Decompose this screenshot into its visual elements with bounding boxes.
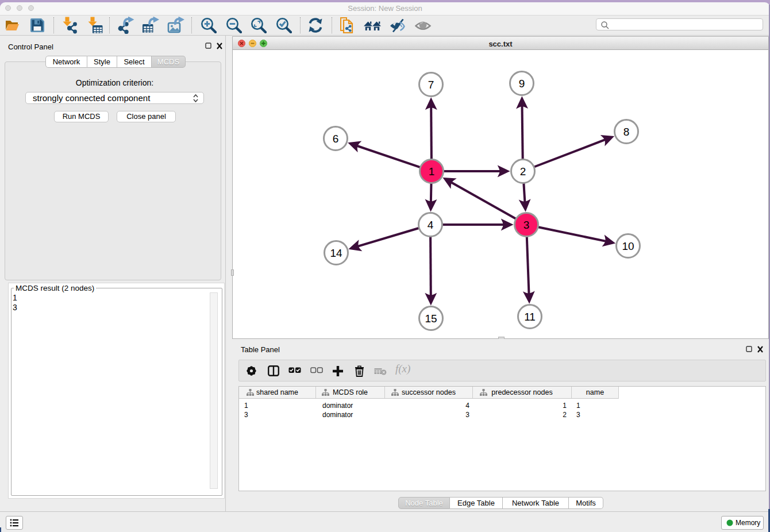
svg-text:Memory: Memory (736, 519, 760, 527)
svg-text:7: 7 (428, 79, 434, 91)
svg-text:15: 15 (425, 313, 437, 325)
svg-text:3: 3 (523, 219, 530, 231)
svg-text:8: 8 (623, 126, 630, 138)
svg-text:1: 1 (429, 165, 435, 178)
svg-text:10: 10 (622, 240, 634, 252)
svg-text:9: 9 (519, 78, 525, 90)
svg-text:6: 6 (333, 133, 339, 145)
svg-text:4: 4 (428, 219, 434, 231)
svg-text:2: 2 (520, 165, 526, 178)
svg-text:11: 11 (524, 311, 536, 323)
svg-text:14: 14 (330, 247, 342, 259)
